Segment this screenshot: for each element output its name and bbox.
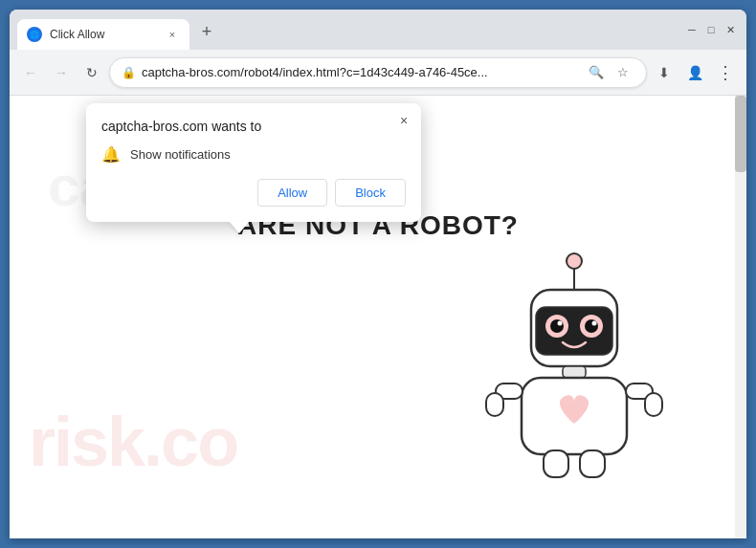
svg-rect-10 — [563, 366, 586, 378]
svg-point-9 — [592, 321, 597, 326]
new-tab-button[interactable]: + — [193, 18, 220, 45]
watermark-risk: risk.co — [29, 403, 237, 481]
svg-point-6 — [550, 319, 564, 333]
lock-icon: 🔒 — [122, 66, 136, 79]
maximize-button[interactable]: □ — [704, 23, 718, 36]
dialog-buttons: Allow Block — [101, 179, 406, 207]
svg-point-7 — [585, 319, 598, 333]
tab-favicon: 🌐 — [27, 27, 42, 42]
url-action-icons: 🔍 ☆ — [585, 61, 634, 84]
dialog-close-button[interactable]: × — [394, 111, 413, 130]
dialog-title: captcha-bros.com wants to — [101, 119, 406, 134]
search-icon-button[interactable]: 🔍 — [585, 61, 608, 84]
permission-dialog: × captcha-bros.com wants to 🔔 Show notif… — [86, 103, 421, 222]
browser-window: 🌐 Click Allow × + ─ □ ✕ ← → ↻ 🔒 captcha-… — [10, 10, 746, 538]
profile-button[interactable]: 👤 — [681, 59, 708, 86]
page-content: captcha risk.co ARE NOT A ROBOT? — [10, 96, 746, 538]
allow-button[interactable]: Allow — [257, 179, 327, 207]
close-tab-button[interactable]: × — [165, 27, 180, 42]
svg-rect-17 — [580, 450, 605, 477]
download-icon[interactable]: ⬇ — [651, 59, 678, 86]
tab-title: Click Allow — [50, 28, 157, 41]
window-controls: ─ □ ✕ — [685, 23, 737, 36]
url-field[interactable]: 🔒 captcha-bros.com/robot4/index.html?c=1… — [109, 57, 647, 88]
svg-rect-15 — [645, 393, 662, 416]
close-window-button[interactable]: ✕ — [723, 23, 737, 36]
dialog-permission-row: 🔔 Show notifications — [101, 145, 406, 164]
block-button[interactable]: Block — [335, 179, 406, 207]
forward-button[interactable]: → — [48, 59, 75, 86]
svg-rect-13 — [486, 393, 503, 416]
back-button[interactable]: ← — [17, 59, 44, 86]
svg-point-8 — [558, 321, 563, 326]
url-text: captcha-bros.com/robot4/index.html?c=1d4… — [142, 65, 579, 79]
menu-button[interactable]: ⋮ — [712, 59, 739, 86]
permission-text: Show notifications — [130, 147, 231, 162]
scrollbar-thumb[interactable] — [735, 96, 746, 172]
svg-rect-16 — [544, 450, 568, 477]
address-bar: ← → ↻ 🔒 captcha-bros.com/robot4/index.ht… — [10, 50, 746, 96]
reload-button[interactable]: ↻ — [78, 59, 105, 86]
dialog-tail — [230, 222, 249, 233]
robot-illustration — [478, 242, 689, 510]
bookmark-button[interactable]: ☆ — [611, 61, 634, 84]
scrollbar[interactable] — [735, 96, 746, 538]
bell-icon: 🔔 — [101, 145, 121, 164]
browser-tab[interactable]: 🌐 Click Allow × — [17, 19, 189, 50]
svg-point-0 — [567, 253, 582, 269]
minimize-button[interactable]: ─ — [685, 23, 699, 36]
title-bar: 🌐 Click Allow × + ─ □ ✕ — [10, 10, 746, 50]
